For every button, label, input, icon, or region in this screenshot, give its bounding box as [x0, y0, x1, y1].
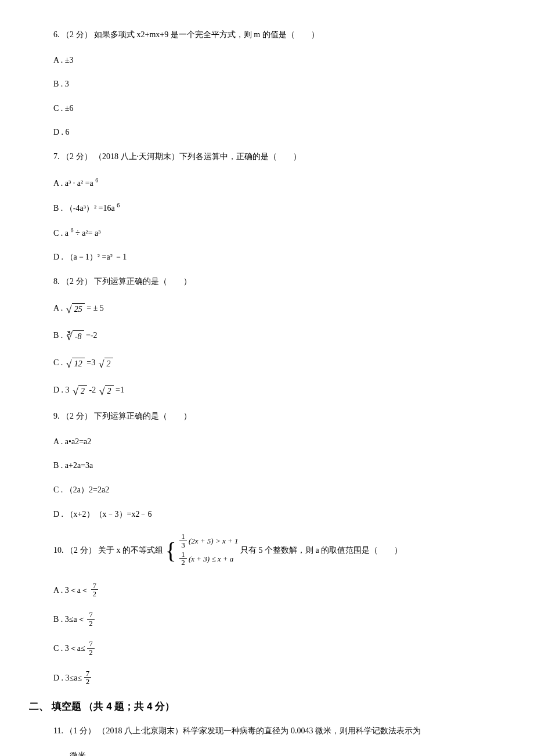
q9-option-b: B . a+2a=3a [53, 460, 505, 471]
q8-c-rad: 12 [72, 358, 85, 370]
sqrt-icon: 25 [66, 301, 85, 316]
q8-c-pre: C . [53, 358, 65, 367]
q8-a-pre: A . [53, 303, 65, 312]
frac-num: 7 [87, 640, 95, 648]
q10-text: 10. （2 分） 关于 x 的不等式组 { 13 (2x + 5) > x +… [53, 532, 505, 569]
frac-den: 2 [179, 558, 187, 567]
frac-den: 2 [87, 619, 95, 628]
q8-option-d: D . 3 2 -2 2 =1 [53, 383, 505, 398]
sqrt-icon: 12 [66, 356, 85, 370]
brace-icon: { [165, 542, 176, 560]
ineq1-expr: (2x + 5) > x + 1 [189, 537, 239, 545]
ineq2-expr: (x + 3) ≤ x + a [189, 555, 233, 563]
cuberoot-icon: -8 [66, 329, 84, 343]
q9-option-c: C . （2a）2=2a2 [53, 484, 505, 496]
fraction: 13 [179, 532, 187, 549]
q10-c-pre: C . 3＜a≤ [53, 645, 87, 653]
frac-den: 3 [179, 541, 187, 549]
q7-a-pre: A . a³ · a² =a [53, 178, 95, 187]
q10-pre: 10. （2 分） 关于 x 的不等式组 [53, 546, 165, 555]
q8-a-rad: 25 [72, 303, 85, 315]
frac-den: 2 [91, 589, 99, 598]
q6-option-d: D . 6 [53, 127, 505, 138]
fraction: 72 [84, 669, 92, 686]
q7-option-c: C . a 6 ÷ a²= a³ [53, 226, 505, 239]
fraction: 72 [87, 611, 95, 627]
q6-option-c: C . ±6 [53, 103, 505, 114]
frac-num: 7 [87, 611, 95, 619]
q8-d-rad2: 2 [105, 385, 114, 397]
q10-option-c: C . 3＜a≤ 72 [53, 641, 505, 657]
q7-option-d: D . （a－1）² =a² －1 [53, 251, 505, 263]
q8-d-mid: -2 [89, 386, 96, 394]
ineq-line1: 13 (2x + 5) > x + 1 [179, 534, 238, 550]
sqrt-icon: 2 [99, 383, 114, 398]
q10-b-pre: B . 3≤a＜ [53, 615, 87, 624]
sqrt-icon: 2 [73, 383, 87, 398]
q8-option-b: B . -8 =-2 [53, 329, 505, 343]
q6-option-b: B . 3 [53, 78, 505, 90]
q7-option-b: B . （-4a³）² =16a 6 [53, 201, 505, 214]
frac-den: 2 [87, 648, 95, 657]
frac-num: 7 [84, 669, 92, 678]
q7-c-post: ÷ a²= a³ [74, 229, 101, 237]
sqrt-icon: 2 [99, 356, 113, 370]
q7-c-pre: C . a [53, 229, 71, 237]
q10-option-b: B . 3≤a＜ 72 [53, 612, 505, 628]
q7-option-a: A . a³ · a² =a 6 [53, 177, 505, 189]
q8-d-pre: D . 3 [53, 386, 70, 394]
q8-option-a: A . 25 = ± 5 [53, 301, 505, 316]
q6-option-a: A . ±3 [53, 55, 505, 66]
q11-text: 11. （1 分） （2018 八上·北京期末）科学家发现一种病毒的直径为 0.… [53, 725, 505, 737]
fraction: 72 [91, 582, 99, 598]
frac-den: 2 [84, 677, 92, 686]
q8-b-rad: -8 [73, 330, 84, 343]
frac-num: 1 [179, 532, 187, 541]
q8-a-post: = ± 5 [86, 303, 104, 312]
fraction: 12 [179, 550, 187, 567]
q11-body: 11. （1 分） （2018 八上·北京期末）科学家发现一种病毒的直径为 0.… [53, 726, 421, 735]
q9-option-d: D . （x+2）（x﹣3）=x2﹣6 [53, 509, 505, 520]
q10-option-a: A . 3＜a＜ 72 [53, 583, 505, 599]
q10-post: 只有 5 个整数解，则 a 的取值范围是（ ） [240, 546, 402, 555]
q7-b-sup: 6 [117, 202, 120, 208]
q7-b-pre: B . （-4a³）² =16a [53, 203, 117, 212]
section-2-title: 二、 填空题 （共 4 题；共 4 分） [29, 700, 505, 714]
q6-text: 6. （2 分） 如果多项式 x2+mx+9 是一个完全平方式，则 m 的值是（… [53, 29, 505, 41]
q7-a-sup: 6 [95, 177, 98, 183]
q8-option-c: C . 12 =3 2 [53, 356, 505, 370]
fraction: 72 [87, 640, 95, 656]
frac-num: 1 [179, 550, 187, 559]
q10-option-d: D . 3≤a≤ 72 [53, 671, 505, 687]
frac-num: 7 [91, 582, 99, 590]
q11-unit: 微米. [70, 751, 88, 756]
ineq-line2: 12 (x + 3) ≤ x + a [179, 552, 238, 568]
q7-text: 7. （2 分） （2018 八上·天河期末）下列各运算中，正确的是（ ） [53, 151, 505, 163]
q8-b-post: =-2 [86, 331, 98, 340]
q11-blank-row: 微米. [29, 750, 505, 756]
q8-d-post: =1 [116, 386, 124, 394]
inequality-system: { 13 (2x + 5) > x + 1 12 (x + 3) ≤ x + a [165, 532, 239, 569]
q8-c-mid: =3 [86, 358, 95, 367]
q10-d-pre: D . 3≤a≤ [53, 674, 84, 682]
q8-text: 8. （2 分） 下列运算正确的是（ ） [53, 276, 505, 287]
q8-b-pre: B . [53, 331, 65, 340]
q8-c-rad2: 2 [104, 358, 113, 370]
q9-text: 9. （2 分） 下列运算正确的是（ ） [53, 411, 505, 422]
q10-a-pre: A . 3＜a＜ [53, 586, 91, 595]
q9-option-a: A . a•a2=a2 [53, 436, 505, 448]
fill-blank[interactable] [29, 750, 70, 756]
q8-d-rad1: 2 [78, 385, 87, 397]
